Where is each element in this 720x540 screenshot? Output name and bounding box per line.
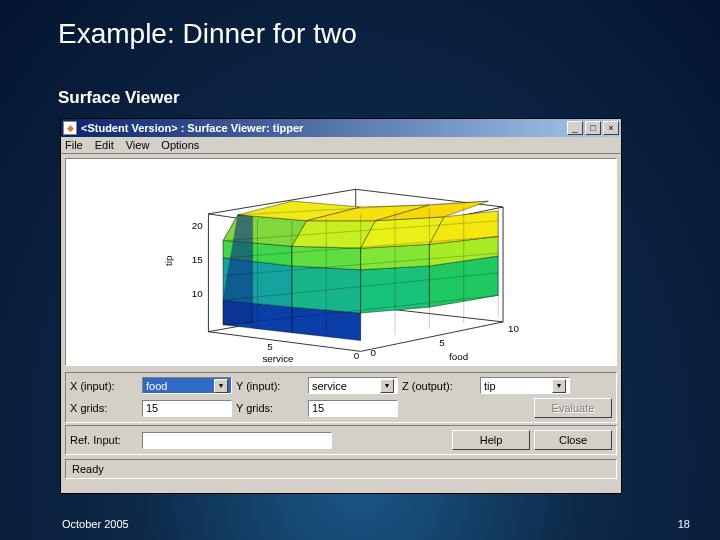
titlebar[interactable]: ◆ <Student Version> : Surface Viewer: ti… xyxy=(61,119,621,137)
y-grids-value: 15 xyxy=(312,402,324,414)
y-grids-label: Y grids: xyxy=(236,402,304,414)
x-input-value: food xyxy=(146,380,167,392)
menu-edit[interactable]: Edit xyxy=(95,139,114,151)
x-axis-label: food xyxy=(449,351,468,362)
xy-tick: 0 xyxy=(354,350,360,361)
z-tick: 20 xyxy=(192,220,203,231)
footer-page: 18 xyxy=(678,518,690,530)
window-title: <Student Version> : Surface Viewer: tipp… xyxy=(81,122,565,134)
input-panel: X (input): food ▼ Y (input): service ▼ Z… xyxy=(65,372,617,423)
matlab-icon: ◆ xyxy=(63,121,77,135)
slide-subtitle: Surface Viewer xyxy=(58,88,180,108)
menu-options[interactable]: Options xyxy=(161,139,199,151)
z-output-dropdown[interactable]: tip ▼ xyxy=(480,377,570,394)
ref-panel: Ref. Input: Help Close xyxy=(65,425,617,455)
z-output-label: Z (output): xyxy=(402,380,476,392)
x-grids-field[interactable]: 15 xyxy=(142,400,232,417)
x-grids-label: X grids: xyxy=(70,402,138,414)
y-grids-field[interactable]: 15 xyxy=(308,400,398,417)
xy-tick: 0 xyxy=(370,347,376,358)
chevron-down-icon: ▼ xyxy=(380,379,394,393)
ref-input-label: Ref. Input: xyxy=(70,434,138,446)
y-axis-label: service xyxy=(262,353,294,364)
z-tick: 15 xyxy=(192,254,203,265)
x-input-label: X (input): xyxy=(70,380,138,392)
z-tick: 10 xyxy=(192,288,203,299)
menubar: File Edit View Options xyxy=(61,137,621,154)
y-input-label: Y (input): xyxy=(236,380,304,392)
footer-date: October 2005 xyxy=(62,518,129,530)
ref-input-field[interactable] xyxy=(142,432,332,449)
evaluate-button[interactable]: Evaluate xyxy=(534,398,612,418)
help-button[interactable]: Help xyxy=(452,430,530,450)
y-tick: 5 xyxy=(267,341,273,352)
close-window-button[interactable]: × xyxy=(603,121,619,135)
surface-plot[interactable]: 20 15 10 tip 5 0 0 5 10 service food xyxy=(65,158,617,366)
maximize-button[interactable]: □ xyxy=(585,121,601,135)
z-axis-label: tip xyxy=(163,255,174,266)
x-tick: 10 xyxy=(508,323,519,334)
minimize-button[interactable]: _ xyxy=(567,121,583,135)
slide-title: Example: Dinner for two xyxy=(58,18,357,50)
surface-viewer-window: ◆ <Student Version> : Surface Viewer: ti… xyxy=(60,118,622,494)
x-tick: 5 xyxy=(439,337,445,348)
menu-file[interactable]: File xyxy=(65,139,83,151)
chevron-down-icon: ▼ xyxy=(552,379,566,393)
y-input-dropdown[interactable]: service ▼ xyxy=(308,377,398,394)
status-bar: Ready xyxy=(65,459,617,479)
chevron-down-icon: ▼ xyxy=(214,379,228,393)
menu-view[interactable]: View xyxy=(126,139,150,151)
x-input-dropdown[interactable]: food ▼ xyxy=(142,377,232,394)
y-input-value: service xyxy=(312,380,347,392)
close-button[interactable]: Close xyxy=(534,430,612,450)
z-output-value: tip xyxy=(484,380,496,392)
x-grids-value: 15 xyxy=(146,402,158,414)
